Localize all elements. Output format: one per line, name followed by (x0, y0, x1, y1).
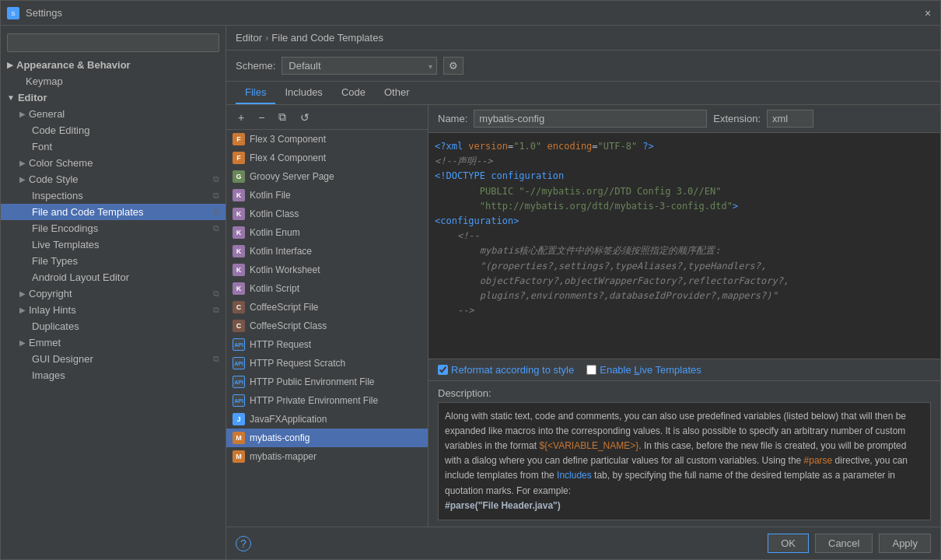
add-button[interactable]: + (233, 108, 250, 126)
list-item[interactable]: API HTTP Public Environment File (226, 373, 428, 391)
sidebar-item-code-editing[interactable]: Code Editing (1, 122, 226, 138)
sidebar-item-inlay-hints[interactable]: ▶ Inlay Hints ⧉ (1, 302, 226, 318)
sidebar-item-label: File and Code Templates (32, 206, 144, 218)
item-icon: K (233, 189, 245, 201)
item-icon: M (233, 450, 245, 463)
right-panel: Editor › File and Code Templates Scheme:… (226, 26, 940, 559)
code-line: mybatis核心配置文件中的标签必须按照指定的顺序配置: (435, 243, 934, 258)
list-item-mybatis-config[interactable]: M mybatis-config (226, 429, 428, 447)
item-label: Kotlin Interface (250, 246, 312, 257)
sidebar-item-inspections[interactable]: Inspections ⧉ (1, 187, 226, 204)
reformat-checkbox[interactable] (438, 365, 448, 375)
list-item[interactable]: API HTTP Private Environment File (226, 391, 428, 410)
reset-button[interactable]: ↺ (295, 108, 315, 126)
sidebar-item-general[interactable]: ▶ General (1, 106, 226, 122)
includes-link: Includes (557, 470, 592, 481)
breadcrumb-parent: Editor (236, 32, 262, 44)
list-item[interactable]: C CoffeeScript File (226, 298, 428, 317)
live-templates-checkbox-wrap[interactable]: Enable Live Templates (586, 364, 701, 376)
ok-button[interactable]: OK (768, 534, 809, 553)
item-icon: K (233, 282, 245, 295)
sidebar-item-file-encodings[interactable]: File Encodings ⧉ (1, 220, 226, 236)
reformat-checkbox-wrap[interactable]: Reformat according to style (438, 364, 574, 376)
list-item-mybatis-mapper[interactable]: M mybatis-mapper (226, 447, 428, 466)
expand-arrow: ▶ (19, 110, 26, 118)
copy-icon: ⧉ (213, 223, 219, 233)
list-item[interactable]: K Kotlin Worksheet (226, 261, 428, 279)
cancel-button[interactable]: Cancel (815, 534, 873, 553)
tab-code[interactable]: Code (332, 82, 375, 104)
sidebar-item-keymap[interactable]: Keymap (1, 73, 226, 89)
item-label: Kotlin File (250, 190, 291, 201)
sidebar-item-gui-designer[interactable]: GUI Designer ⧉ (1, 351, 226, 367)
item-icon: K (233, 226, 245, 239)
expand-arrow: ▶ (19, 338, 26, 347)
tabs-bar: Files Includes Code Other (226, 82, 940, 105)
item-icon: C (233, 320, 245, 332)
remove-button[interactable]: − (253, 108, 270, 126)
sidebar-item-emmet[interactable]: ▶ Emmet (1, 334, 226, 351)
sidebar-item-images[interactable]: Images (1, 367, 226, 383)
close-button[interactable]: × (922, 7, 934, 19)
list-item[interactable]: C CoffeeScript Class (226, 317, 428, 335)
sidebar-item-file-types[interactable]: File Types (1, 253, 226, 269)
gear-button[interactable]: ⚙ (443, 57, 464, 75)
sidebar-item-android-layout[interactable]: Android Layout Editor (1, 269, 226, 285)
sidebar-item-live-templates[interactable]: Live Templates (1, 236, 226, 253)
list-item[interactable]: F Flex 3 Component (226, 130, 428, 149)
item-icon: G (233, 170, 245, 183)
item-icon: API (233, 338, 245, 351)
scheme-select[interactable]: Default Project (282, 57, 437, 75)
breadcrumb-current: File and Code Templates (271, 32, 383, 44)
sidebar-item-label: Android Layout Editor (32, 271, 129, 283)
code-line: plugins?,environments?,databaseIdProvide… (435, 289, 934, 303)
sidebar-item-duplicates[interactable]: Duplicates (1, 318, 226, 334)
sidebar-item-font[interactable]: Font (1, 138, 226, 155)
sidebar-item-color-scheme[interactable]: ▶ Color Scheme (1, 155, 226, 171)
list-item[interactable]: API HTTP Request (226, 335, 428, 354)
live-templates-checkbox[interactable] (586, 365, 596, 375)
help-button[interactable]: ? (236, 536, 251, 551)
list-item[interactable]: API HTTP Request Scratch (226, 354, 428, 373)
item-label: HTTP Request Scratch (250, 358, 345, 369)
code-line: "http://mybatis.org/dtd/mybatis-3-config… (435, 199, 934, 214)
list-item[interactable]: K Kotlin Script (226, 279, 428, 298)
code-line: PUBLIC "-//mybatis.org//DTD Config 3.0//… (435, 184, 934, 199)
tab-other[interactable]: Other (375, 82, 419, 104)
item-label: JavaFXApplication (250, 414, 327, 425)
sidebar-item-file-and-code-templates[interactable]: File and Code Templates ⧉ (1, 204, 226, 220)
name-input[interactable] (474, 110, 707, 128)
item-label: CoffeeScript File (250, 302, 318, 313)
sidebar-item-label: File Types (32, 255, 78, 267)
sidebar-item-code-style[interactable]: ▶ Code Style ⧉ (1, 171, 226, 187)
search-input[interactable] (7, 33, 219, 52)
list-item[interactable]: K Kotlin File (226, 186, 428, 205)
copy-icon: ⧉ (213, 305, 219, 315)
sidebar-item-label: General (29, 108, 65, 120)
list-item[interactable]: G Groovy Server Page (226, 167, 428, 186)
sidebar-item-label: File Encodings (32, 222, 98, 234)
copy-icon: ⧉ (213, 289, 219, 299)
list-item[interactable]: K Kotlin Class (226, 205, 428, 223)
template-list: + − ⧉ ↺ F Flex 3 Component F Flex 4 Comp… (226, 105, 429, 527)
parse-example: #parse("File Header.java") (445, 500, 561, 511)
list-item[interactable]: K Kotlin Interface (226, 242, 428, 261)
sidebar-item-editor[interactable]: ▼ Editor (1, 89, 226, 106)
tab-files[interactable]: Files (236, 82, 275, 104)
list-item[interactable]: K Kotlin Enum (226, 223, 428, 242)
apply-button[interactable]: Apply (879, 534, 931, 553)
list-item[interactable]: J JavaFXApplication (226, 410, 428, 429)
search-wrapper: 🔍 (7, 33, 219, 52)
tab-includes[interactable]: Includes (275, 82, 331, 104)
sidebar-item-copyright[interactable]: ▶ Copyright ⧉ (1, 285, 226, 302)
sidebar-item-label: Inspections (32, 190, 83, 201)
ext-input[interactable] (767, 110, 813, 128)
sidebar-item-appearance[interactable]: ▶ Appearance & Behavior (1, 57, 226, 73)
copy-button[interactable]: ⧉ (273, 108, 292, 126)
list-item[interactable]: F Flex 4 Component (226, 149, 428, 167)
template-list-items: F Flex 3 Component F Flex 4 Component G … (226, 130, 428, 527)
code-editor[interactable]: <?xml version="1.0" encoding="UTF-8" ?> … (429, 133, 940, 359)
sidebar-item-label: Editor (18, 92, 47, 103)
title-bar: S Settings × (1, 1, 940, 26)
expand-arrow: ▶ (19, 159, 26, 167)
